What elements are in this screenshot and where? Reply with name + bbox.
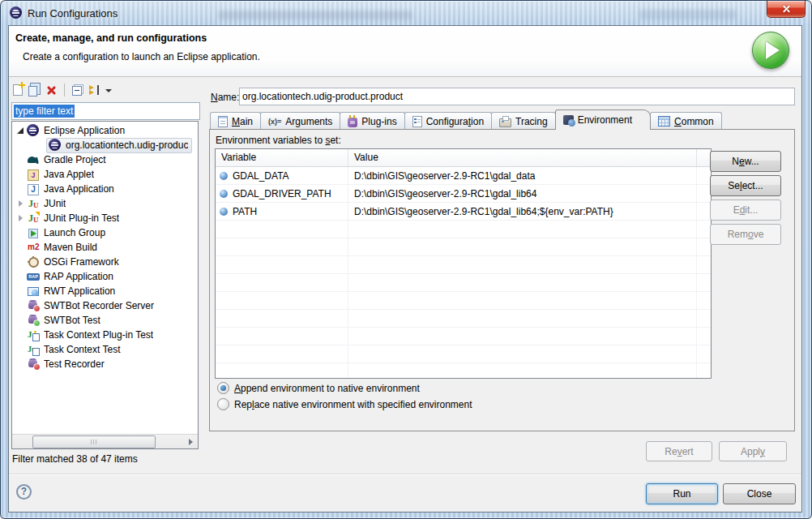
table-empty-row <box>216 310 711 328</box>
delete-icon[interactable] <box>46 85 57 96</box>
tab-tracing[interactable]: Tracing <box>491 112 556 130</box>
edit-button[interactable]: Edit... <box>710 199 781 221</box>
arguments-tab-icon <box>268 118 281 126</box>
tracing-tab-icon <box>499 118 511 127</box>
tree-item-task-context-plugin-test[interactable]: Task Context Plug-in Test <box>12 328 198 342</box>
expander-collapsed-icon[interactable] <box>19 200 23 207</box>
tree-item-osgi-framework[interactable]: OSGi Framework <box>12 255 198 269</box>
chevron-down-icon[interactable] <box>105 89 112 92</box>
close-button[interactable]: Close <box>723 483 796 504</box>
tab-arguments[interactable]: Arguments <box>260 112 340 130</box>
tab-common[interactable]: Common <box>650 112 722 130</box>
replace-environment-radio[interactable]: Replace native environment with specifie… <box>217 398 472 410</box>
eclipse-icon <box>10 6 23 19</box>
expander-expanded-icon[interactable] <box>17 127 24 134</box>
run-banner-icon <box>752 32 789 69</box>
configuration-tab-icon <box>412 116 422 127</box>
task-context-icon <box>27 343 40 356</box>
launch-group-icon <box>27 226 40 239</box>
table-empty-row <box>216 328 711 345</box>
table-empty-row <box>216 363 711 379</box>
eclipse-icon <box>49 139 62 152</box>
table-empty-row <box>216 221 711 238</box>
rap-icon <box>27 270 40 283</box>
table-empty-row <box>216 274 711 292</box>
new-button[interactable]: New... <box>710 151 781 172</box>
tree-item-junit[interactable]: JUnit <box>12 196 198 211</box>
launch-config-tree[interactable]: Eclipse Application org.locationtech.udi… <box>11 121 199 449</box>
tree-item-java-application[interactable]: Java Application <box>12 182 198 196</box>
dialog-body: Create, manage, and run configurations C… <box>8 25 802 513</box>
tree-item-udig-product[interactable]: org.locationtech.udig-produc <box>12 138 198 152</box>
glass-reflection <box>218 11 412 19</box>
column-header-variable[interactable]: Variable <box>216 149 348 166</box>
toolbar-separator <box>64 84 65 97</box>
table-row[interactable]: PATH D:\dbin\GIS\geoserver-2.9-RC1\gdal_… <box>216 203 711 221</box>
tree-item-maven-build[interactable]: Maven Build <box>12 240 198 255</box>
tree-item-junit-plugin-test[interactable]: JUnit Plug-in Test <box>12 211 198 225</box>
tree-item-gradle-project[interactable]: Gradle Project <box>12 152 198 167</box>
radio-unselected-icon[interactable] <box>217 398 229 410</box>
radio-selected-icon[interactable] <box>217 382 229 394</box>
tree-item-rwt-application[interactable]: RWT Application <box>12 284 198 298</box>
append-environment-radio[interactable]: Append environment to native environment <box>217 382 420 394</box>
apply-button[interactable]: Apply <box>719 441 787 461</box>
variable-icon <box>220 208 228 216</box>
table-empty-row <box>216 238 711 256</box>
java-applet-icon <box>27 168 40 181</box>
footer-separator <box>9 474 801 475</box>
tree-item-test-recorder[interactable]: Test Recorder <box>12 357 198 371</box>
gradle-icon <box>27 153 40 166</box>
horizontal-scrollbar[interactable] <box>12 434 198 448</box>
main-tab-icon <box>218 116 228 127</box>
run-configurations-window: Run Configurations Create, manage, and r… <box>0 0 812 519</box>
tree-item-task-context-test[interactable]: Task Context Test <box>12 342 198 357</box>
tree-item-java-applet[interactable]: Java Applet <box>12 167 198 182</box>
tree-item-launch-group[interactable]: Launch Group <box>12 225 198 240</box>
window-title: Run Configurations <box>28 7 118 19</box>
tree-item-swtbot-recorder-server[interactable]: SWTBot Recorder Server <box>12 298 198 313</box>
table-header: Variable Value <box>216 149 711 167</box>
plugins-tab-icon <box>348 118 357 127</box>
new-launch-configuration-icon[interactable] <box>13 84 23 96</box>
tab-environment[interactable]: Environment <box>555 109 651 130</box>
table-row[interactable]: GDAL_DATA D:\dbin\GIS\geoserver-2.9-RC1\… <box>216 167 711 185</box>
swtbot-test-icon <box>27 314 40 327</box>
table-row[interactable]: GDAL_DRIVER_PATH D:\dbin\GIS\geoserver-2… <box>216 185 711 203</box>
tab-configuration[interactable]: Configuration <box>404 112 492 130</box>
variable-icon <box>220 190 228 198</box>
launch-toolbar <box>13 80 112 100</box>
expander-collapsed-icon[interactable] <box>19 215 23 221</box>
junit-plugin-icon <box>27 212 40 225</box>
remove-button[interactable]: Remove <box>710 224 781 245</box>
run-button[interactable]: Run <box>646 483 718 504</box>
select-button[interactable]: Select... <box>710 175 781 196</box>
env-variables-caption: Environment variables to set: <box>216 135 341 146</box>
tree-item-eclipse-application[interactable]: Eclipse Application <box>12 123 198 138</box>
tree-item-swtbot-test[interactable]: SWTBot Test <box>12 313 198 328</box>
scrollbar-thumb[interactable] <box>32 435 156 448</box>
filter-input[interactable]: type filter text <box>11 102 200 120</box>
common-tab-icon <box>658 116 670 127</box>
filter-icon[interactable] <box>88 85 100 95</box>
environment-tab-panel: Environment variables to set: Variable V… <box>209 129 795 431</box>
java-application-icon <box>27 182 40 195</box>
collapse-all-icon[interactable] <box>72 86 82 96</box>
task-context-plugin-icon <box>27 328 40 341</box>
tab-bar: Main Arguments Plug-ins Configuration Tr… <box>210 110 721 130</box>
tab-main[interactable]: Main <box>210 112 261 130</box>
name-input[interactable] <box>239 88 795 105</box>
help-button[interactable]: ? <box>16 484 32 500</box>
scroll-right-icon[interactable] <box>189 439 193 445</box>
title-bar[interactable]: Run Configurations <box>1 1 811 25</box>
env-variables-table[interactable]: Variable Value GDAL_DATA D:\dbin\GIS\geo… <box>215 148 712 379</box>
revert-button[interactable]: Revert <box>646 441 712 461</box>
eclipse-icon <box>27 124 40 137</box>
close-window-button[interactable] <box>767 1 806 18</box>
banner-title: Create, manage, and run configurations <box>15 32 207 44</box>
duplicate-icon[interactable] <box>28 86 37 97</box>
tree-item-rap-application[interactable]: RAP Application <box>12 269 198 284</box>
column-header-value[interactable]: Value <box>348 149 697 166</box>
column-header-spacer <box>697 149 711 166</box>
tab-plugins[interactable]: Plug-ins <box>340 112 404 130</box>
